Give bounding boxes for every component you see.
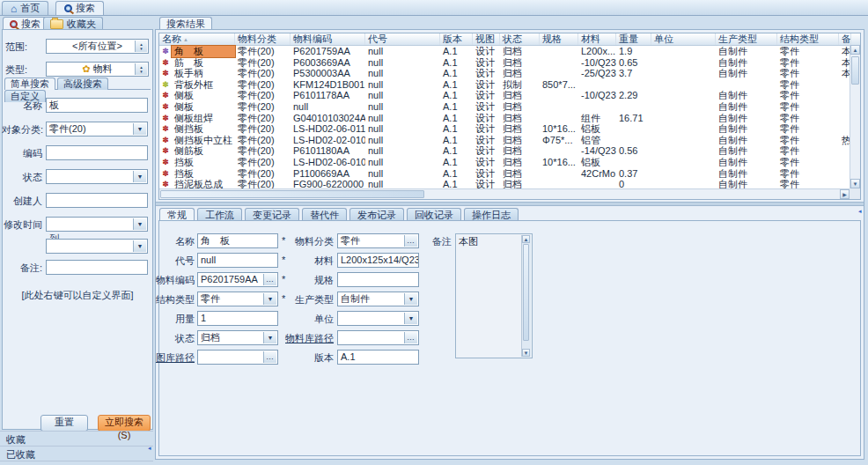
- browse-button[interactable]: …: [404, 235, 417, 247]
- textarea-scrollbar[interactable]: ▲ ▼: [521, 235, 531, 357]
- status-select[interactable]: ▼: [46, 169, 148, 184]
- detail-libpath-input[interactable]: …: [197, 350, 278, 365]
- detail-prod-select[interactable]: 自制件 ▼: [337, 292, 419, 306]
- spinner-buttons[interactable]: ▴▾: [135, 63, 147, 75]
- detail-tab-2[interactable]: 变更记录: [245, 208, 299, 221]
- column-header-version[interactable]: 版本: [440, 33, 473, 45]
- creator-input[interactable]: [46, 193, 148, 208]
- table-row[interactable]: ✽筋 板零件(20)P6003669AAnullA.1设计归档-10/Q2350…: [159, 57, 860, 69]
- column-header-remark[interactable]: 备注: [839, 33, 851, 45]
- detail-tab-4[interactable]: 发布记录: [349, 208, 404, 221]
- detail-category-input[interactable]: 零件 …: [337, 233, 419, 248]
- column-header-alias[interactable]: 代号: [365, 33, 440, 45]
- detail-material-input[interactable]: L200x125x14/Q235: [337, 253, 419, 268]
- column-header-prod_type[interactable]: 生产类型: [716, 33, 777, 45]
- mode-tab-1[interactable]: 高级搜索: [57, 78, 108, 90]
- table-row[interactable]: ✽侧板零件(20)nullnullA.1设计归档自制件零件: [159, 101, 860, 113]
- detail-matpath-input[interactable]: …: [337, 330, 419, 345]
- spinner-buttons[interactable]: ▴▾: [135, 41, 147, 52]
- detail-code-input[interactable]: P6201759AA …: [197, 272, 278, 287]
- scroll-down-icon[interactable]: ▼: [850, 179, 860, 188]
- mode-tab-0[interactable]: 简单搜索: [4, 78, 55, 90]
- detail-unit-select[interactable]: ▼: [337, 311, 419, 326]
- detail-tab-5[interactable]: 回收记录: [407, 208, 461, 221]
- cell-version: A.1: [440, 46, 473, 57]
- splitter-collapse-arrow[interactable]: ◂: [148, 445, 151, 451]
- cell-prod_type: 自制件: [716, 123, 777, 135]
- detail-tab-1[interactable]: 工作流: [197, 208, 242, 221]
- column-header-struct_type[interactable]: 结构类型: [777, 33, 839, 45]
- dropdown-arrow-icon[interactable]: ▼: [263, 293, 276, 305]
- column-header-spec[interactable]: 规格: [540, 33, 578, 45]
- detail-name-input[interactable]: 角 板: [197, 233, 278, 248]
- column-header-weight[interactable]: 重量: [616, 33, 651, 45]
- browse-button[interactable]: …: [263, 351, 276, 363]
- tab-home[interactable]: ⌂ 首页: [2, 1, 48, 15]
- scrollbar-thumb[interactable]: [523, 244, 529, 341]
- column-header-material[interactable]: 材料: [578, 33, 616, 45]
- table-row[interactable]: ✽侧板组焊零件(20)G04010103024AAnullA.1设计归档组件16…: [159, 113, 860, 124]
- type-select[interactable]: ✿ 物料 ▴▾: [46, 62, 149, 77]
- vertical-scrollbar[interactable]: ▲ ▼: [850, 45, 860, 188]
- tab-search[interactable]: 搜索: [55, 1, 104, 15]
- detail-qty-input[interactable]: 1: [197, 311, 278, 326]
- detail-tab-3[interactable]: 替代件: [302, 208, 347, 221]
- scroll-up-icon[interactable]: ▲: [850, 45, 860, 55]
- browse-button[interactable]: …: [263, 274, 276, 285]
- detail-tab-6[interactable]: 操作日志: [464, 208, 519, 221]
- column-header-category[interactable]: 物料分类: [235, 33, 291, 45]
- detail-libpath-label[interactable]: 图库路径: [152, 351, 195, 365]
- dropdown-arrow-icon[interactable]: ▼: [133, 171, 146, 182]
- column-header-code[interactable]: 物料编码: [291, 33, 365, 45]
- browse-button[interactable]: …: [404, 332, 417, 343]
- dropdown-arrow-icon[interactable]: ▼: [133, 218, 146, 230]
- dropdown-arrow-icon[interactable]: ▼: [404, 293, 417, 305]
- dropdown-arrow-icon[interactable]: ▼: [133, 240, 146, 252]
- detail-spec-input[interactable]: [337, 272, 419, 287]
- column-header-view[interactable]: 视图: [473, 33, 500, 45]
- horizontal-scrollbar[interactable]: ▶: [159, 188, 850, 199]
- dropdown-arrow-icon[interactable]: ▼: [404, 313, 417, 324]
- dropdown-arrow-icon[interactable]: ▼: [133, 123, 146, 135]
- name-input[interactable]: 板: [46, 98, 148, 113]
- modified-to-select[interactable]: ▼: [46, 239, 148, 254]
- code-input[interactable]: [46, 145, 148, 160]
- table-row[interactable]: ✽角 板零件(20)P6201759AAnullA.1设计归档L200x...1…: [159, 46, 860, 57]
- cell-material: 铝板: [578, 123, 616, 135]
- remark-input[interactable]: [46, 260, 148, 275]
- dropdown-arrow-icon[interactable]: ▼: [263, 332, 276, 343]
- reset-button[interactable]: 重置: [40, 415, 88, 432]
- column-header-status[interactable]: 状态: [500, 33, 540, 45]
- table-row[interactable]: ✽背板外框零件(20)KFM124D1B001nullA.1设计拟制850*7.…: [159, 79, 860, 91]
- category-select[interactable]: 零件(20) ▼: [46, 122, 148, 137]
- home-icon: ⌂: [11, 4, 17, 14]
- detail-version-input[interactable]: A.1: [337, 350, 419, 365]
- scroll-right-icon[interactable]: ▶: [840, 189, 850, 199]
- detail-tab-0[interactable]: 常规: [159, 208, 195, 221]
- table-row[interactable]: ✽板手柄零件(20)P5300003AAnullA.1设计归档-25/Q2353…: [159, 68, 860, 79]
- cell-spec: [540, 57, 578, 69]
- panel-splitter[interactable]: [156, 202, 864, 206]
- table-row[interactable]: ✽侧板零件(20)P6101178AAnullA.1设计归档-10/Q2352.…: [159, 90, 860, 101]
- table-row[interactable]: ✽挡板零件(20)P1100669AAnullA.1设计归档42CrMo0.37…: [159, 168, 860, 180]
- search-now-button[interactable]: 立即搜索(S): [98, 415, 151, 432]
- column-header-unit[interactable]: 单位: [651, 33, 716, 45]
- detail-alias-input[interactable]: null: [197, 253, 278, 268]
- favorite-bar[interactable]: 收藏: [6, 432, 26, 447]
- scroll-up-icon[interactable]: ▲: [522, 235, 530, 243]
- table-row[interactable]: ✽侧筋板零件(20)P6101180AAnullA.1设计归档-14/Q2350…: [159, 145, 860, 157]
- column-header-name[interactable]: 名称▲: [159, 33, 235, 45]
- detail-matpath-label[interactable]: 物料库路径: [283, 331, 334, 345]
- scrollbar-thumb[interactable]: [851, 56, 859, 85]
- favorited-bar[interactable]: 已收藏: [6, 447, 35, 461]
- table-row[interactable]: ✽侧挡板零件(20)LS-HD02-06-011nullA.1设计归档10*16…: [159, 123, 860, 135]
- scroll-down-icon[interactable]: ▼: [522, 349, 530, 357]
- table-row[interactable]: ✽挡板零件(20)LS-HD02-06-010nullA.1设计归档10*16.…: [159, 157, 860, 168]
- detail-status-select[interactable]: 归档 ▼: [197, 330, 278, 345]
- modified-from-select[interactable]: ▼: [46, 217, 148, 232]
- scope-select[interactable]: <所有位置> ▴▾: [46, 39, 149, 54]
- scrollbar-thumb[interactable]: [160, 190, 424, 198]
- table-row[interactable]: ✽侧挡板中立柱零件(20)LS-HD02-02-010nullA.1设计归档Φ7…: [159, 135, 860, 146]
- detail-struct-select[interactable]: 零件 ▼: [197, 292, 278, 306]
- detail-remark-textarea[interactable]: 本图 ▲ ▼: [455, 233, 533, 358]
